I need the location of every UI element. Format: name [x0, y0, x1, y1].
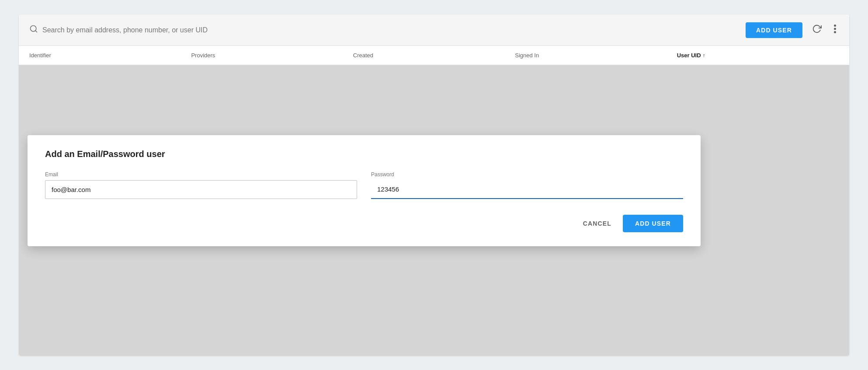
email-label: Email: [45, 171, 357, 178]
table-header-row: Identifier Providers Created Signed In U…: [19, 46, 849, 65]
password-label: Password: [371, 171, 683, 178]
col-header-signed-in: Signed In: [515, 52, 677, 59]
cancel-button[interactable]: CANCEL: [575, 216, 619, 231]
col-header-providers: Providers: [191, 52, 353, 59]
svg-point-3: [834, 28, 836, 30]
sort-arrow-icon: ↑: [703, 52, 705, 59]
email-input[interactable]: [45, 180, 357, 199]
modal-actions-row: CANCEL ADD USER: [45, 215, 683, 232]
more-options-button[interactable]: [831, 22, 839, 38]
search-bar-row: ADD USER: [19, 14, 849, 46]
svg-point-2: [834, 24, 836, 27]
svg-line-1: [35, 31, 37, 32]
search-input[interactable]: [42, 26, 739, 34]
add-user-button-top[interactable]: ADD USER: [746, 22, 802, 38]
refresh-button[interactable]: [809, 21, 824, 38]
col-header-identifier: Identifier: [29, 52, 191, 59]
add-user-button-modal[interactable]: ADD USER: [623, 215, 683, 232]
modal-title: Add an Email/Password user: [45, 149, 683, 159]
page-container: ADD USER Identifier Providers Created Si…: [19, 14, 849, 356]
search-icon: [29, 24, 38, 35]
content-area: No users for this project yet Add an Ema…: [19, 65, 849, 356]
col-header-user-uid[interactable]: User UID ↑: [677, 52, 839, 59]
svg-point-4: [834, 31, 836, 33]
modal-fields-row: Email Password: [45, 171, 683, 199]
col-header-created: Created: [353, 52, 515, 59]
main-panel: ADD USER Identifier Providers Created Si…: [19, 14, 849, 356]
search-input-wrapper: [29, 24, 739, 35]
password-input[interactable]: [371, 180, 683, 199]
modal-dialog: Add an Email/Password user Email Passwor…: [28, 135, 701, 246]
password-field-group: Password: [371, 171, 683, 199]
modal-overlay: Add an Email/Password user Email Passwor…: [19, 65, 849, 356]
email-field-group: Email: [45, 171, 357, 199]
